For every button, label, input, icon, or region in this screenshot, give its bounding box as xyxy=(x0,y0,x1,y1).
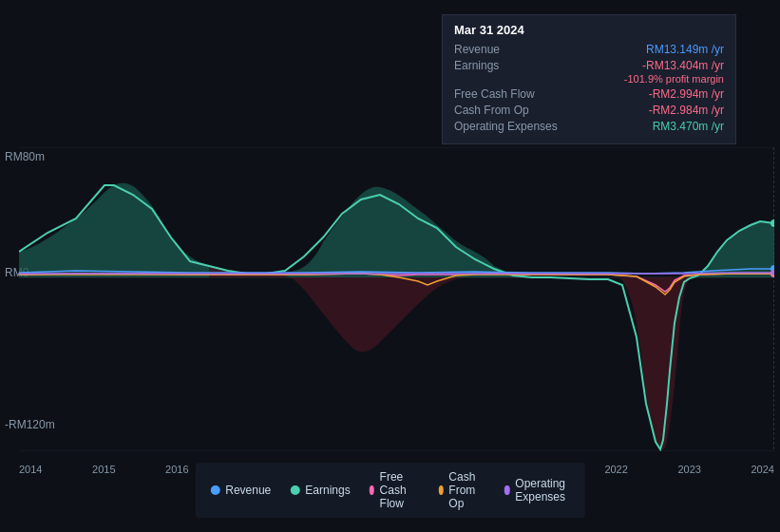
tooltip-row: RevenueRM13.149m /yr xyxy=(454,43,724,56)
legend-dot xyxy=(438,485,443,495)
tooltip-row: Earnings-RM13.404m /yr-101.9% profit mar… xyxy=(454,59,724,85)
tooltip-row-value: -RM13.404m /yr xyxy=(624,59,724,72)
legend-dot xyxy=(370,485,374,495)
legend-item[interactable]: Operating Expenses xyxy=(504,477,570,504)
legend-label: Operating Expenses xyxy=(515,477,569,504)
legend-item[interactable]: Revenue xyxy=(210,484,271,497)
tooltip-row-label: Free Cash Flow xyxy=(454,87,568,101)
x-axis-label: 2024 xyxy=(751,464,773,475)
tooltip-row: Free Cash Flow-RM2.994m /yr xyxy=(454,87,724,101)
x-axis-label: 2014 xyxy=(19,464,42,475)
x-axis-label: 2023 xyxy=(677,464,700,475)
tooltip-row-value: -RM2.984m /yr xyxy=(649,104,724,117)
legend-dot xyxy=(504,485,509,495)
tooltip-row: Cash From Op-RM2.984m /yr xyxy=(454,104,724,117)
legend-label: Revenue xyxy=(225,484,271,497)
tooltip-row-value: RM13.149m /yr xyxy=(646,43,724,56)
x-axis-label: 2015 xyxy=(92,464,115,475)
x-axis-label: 2022 xyxy=(604,464,627,475)
legend-label: Earnings xyxy=(305,484,350,497)
legend-label: Free Cash Flow xyxy=(380,470,420,510)
tooltip-title: Mar 31 2024 xyxy=(454,23,724,37)
tooltip-row-label: Revenue xyxy=(454,43,568,56)
tooltip-box: Mar 31 2024 RevenueRM13.149m /yrEarnings… xyxy=(442,14,736,144)
x-axis-label: 2016 xyxy=(165,464,188,475)
legend-dot xyxy=(210,485,219,495)
chart-legend: RevenueEarningsFree Cash FlowCash From O… xyxy=(195,463,585,518)
tooltip-row-value: RM3.470m /yr xyxy=(653,120,724,133)
legend-item[interactable]: Cash From Op xyxy=(438,470,485,510)
tooltip-row-sub: -101.9% profit margin xyxy=(624,73,724,85)
chart-container: Mar 31 2024 RevenueRM13.149m /yrEarnings… xyxy=(0,0,780,532)
legend-item[interactable]: Earnings xyxy=(290,484,350,497)
legend-dot xyxy=(290,485,299,495)
tooltip-row-label: Operating Expenses xyxy=(454,120,568,133)
tooltip-row-label: Earnings xyxy=(454,59,568,72)
chart-svg xyxy=(19,147,774,451)
legend-label: Cash From Op xyxy=(448,470,485,510)
tooltip-row: Operating ExpensesRM3.470m /yr xyxy=(454,120,724,133)
tooltip-row-value: -RM2.994m /yr xyxy=(649,87,724,101)
tooltip-row-label: Cash From Op xyxy=(454,104,568,117)
legend-item[interactable]: Free Cash Flow xyxy=(370,470,420,510)
